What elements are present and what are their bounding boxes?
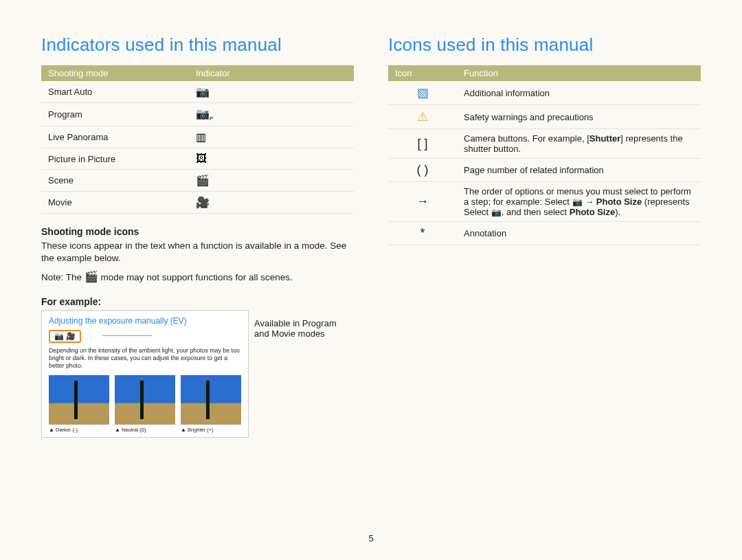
mode-cell: Program — [41, 103, 189, 126]
left-heading: Indicators used in this manual — [41, 34, 354, 56]
func-cell: Camera buttons. For example, [Shutter] r… — [457, 129, 701, 159]
mode-cell: Live Panorama — [41, 126, 189, 148]
mode-cell: Movie — [41, 192, 189, 214]
func-cell: Additional information — [457, 81, 701, 105]
func-cell: Annotation — [457, 222, 701, 245]
indicator-cell: 🖼︎ — [189, 148, 354, 170]
example-photo-darker: ▲ Darker (-) — [49, 375, 109, 433]
warning-icon: ⚠ — [417, 110, 428, 124]
table-row: ⚠ Safety warnings and precautions — [388, 105, 701, 129]
table-row: → The order of options or menus you must… — [388, 182, 701, 222]
th-icon: Icon — [388, 65, 457, 81]
right-heading: Icons used in this manual — [388, 34, 701, 56]
arrow-icon: → — [388, 182, 457, 222]
shooting-mode-note: Note: The 🎬 mode may not support functio… — [41, 269, 354, 284]
example-mode-highlight: 📷 🎥 — [49, 330, 81, 343]
camera-icon: 📷 — [491, 208, 502, 217]
mode-cell: Picture in Picture — [41, 148, 189, 170]
mode-cell: Scene — [41, 170, 189, 192]
example-box: Adjusting the exposure manually (EV) 📷 🎥… — [41, 310, 249, 438]
note-icon: ▧ — [417, 86, 429, 100]
th-function: Function — [457, 65, 701, 81]
table-row: [ ] Camera buttons. For example, [Shutte… — [388, 129, 701, 159]
table-row: Scene 🎬 — [41, 170, 354, 192]
th-shooting-mode: Shooting mode — [41, 65, 189, 81]
shooting-mode-icons-desc: These icons appear in the text when a fu… — [41, 240, 354, 265]
func-cell: Safety warnings and precautions — [457, 105, 701, 129]
table-row: ▧ Additional information — [388, 81, 701, 105]
indicator-cell: 📷P — [189, 103, 354, 126]
page-number: 5 — [0, 533, 742, 544]
brackets-icon: [ ] — [388, 129, 457, 159]
scene-icon: 🎬 — [196, 174, 210, 187]
icons-table: Icon Function ▧ Additional information ⚠… — [388, 65, 701, 245]
example-annotation: Available in Program and Movie modes — [254, 318, 350, 339]
table-row: Live Panorama ▥ — [41, 126, 354, 148]
indicator-cell: 🎬 — [189, 170, 354, 192]
table-row: Smart Auto 📷 — [41, 81, 354, 103]
table-row: * Annotation — [388, 222, 701, 245]
table-row: Program 📷P — [41, 103, 354, 126]
func-cell: The order of options or menus you must s… — [457, 182, 701, 222]
example-body: Depending on the intensity of the ambien… — [49, 347, 241, 370]
smart-auto-icon: 📷 — [196, 85, 210, 98]
asterisk-icon: * — [388, 222, 457, 245]
indicator-cell: 🎥 — [189, 192, 354, 214]
program-icon: 📷P — [196, 107, 213, 122]
example-photo-neutral: ▲ Neutral (0) — [115, 375, 175, 433]
movie-icon: 🎥 — [196, 196, 210, 209]
parens-icon: ( ) — [388, 159, 457, 182]
mode-cell: Smart Auto — [41, 81, 189, 103]
example-photo-brighter: ▲ Brighter (+) — [181, 375, 241, 433]
table-row: Picture in Picture 🖼︎ — [41, 148, 354, 170]
table-row: Movie 🎥 — [41, 192, 354, 214]
indicator-cell: 📷 — [189, 81, 354, 103]
table-row: ( ) Page number of related information — [388, 159, 701, 182]
th-indicator: Indicator — [189, 65, 354, 81]
indicator-cell: ▥ — [189, 126, 354, 148]
example-title: Adjusting the exposure manually (EV) — [49, 316, 241, 326]
panorama-icon: ▥ — [196, 131, 206, 144]
shooting-mode-table: Shooting mode Indicator Smart Auto 📷 Pro… — [41, 65, 354, 214]
func-cell: Page number of related information — [457, 159, 701, 182]
shooting-mode-icons-heading: Shooting mode icons — [41, 226, 354, 237]
scene-icon: 🎬 — [85, 269, 98, 284]
for-example-heading: For example: — [41, 296, 354, 307]
pip-icon: 🖼︎ — [196, 153, 207, 165]
leader-line — [102, 335, 152, 336]
camera-icon: 📷 — [572, 197, 583, 207]
